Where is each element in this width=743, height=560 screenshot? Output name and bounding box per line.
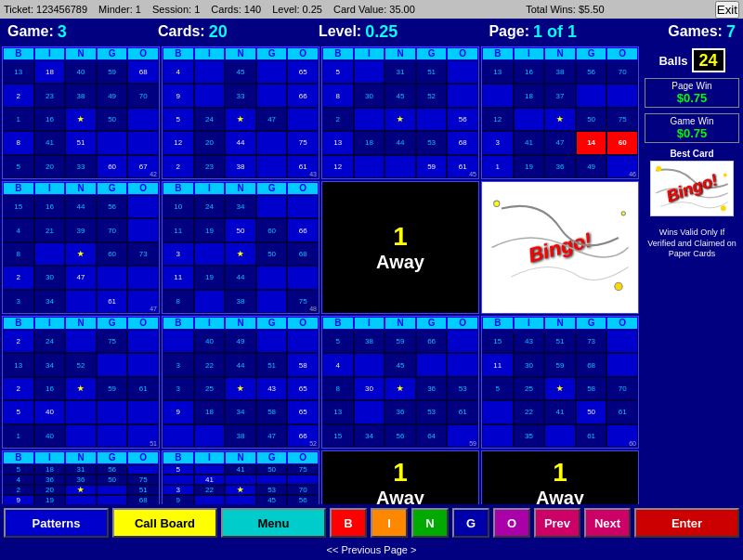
bingo-card-5: BINGO 15164456 4213970 8★6073 23047 3346…: [2, 181, 160, 314]
bingo-decoration: [482, 182, 638, 313]
b-button[interactable]: B: [330, 508, 367, 538]
n-button[interactable]: N: [411, 508, 449, 538]
page-value: 1 of 1: [533, 22, 577, 42]
bottom-bar: Patterns Call Board Menu B I N G O Prev …: [0, 504, 743, 560]
best-card-image: Bingo!: [650, 161, 734, 216]
page-win-value: $0.75: [647, 91, 736, 105]
bingo-card-12: BINGO 15435173 11305968 525★5870 2241506…: [481, 316, 639, 449]
svg-point-4: [656, 166, 661, 172]
ticket-info: Ticket: 123456789 Minder: 1 Session: 1 C…: [4, 4, 415, 15]
prev-page-text: << Previous Page >: [327, 544, 417, 555]
page-win-label: Page Win: [647, 81, 736, 91]
bingo-card-11: BINGO 5385966 445 830★3653 13365361 1534…: [321, 316, 479, 449]
bingo-card-3: BINGO 53151 8304552 2★56 1318445368 1259…: [321, 46, 479, 179]
minder: Minder: 1: [98, 4, 141, 15]
toolbar: Patterns Call Board Menu B I N G O Prev …: [0, 504, 743, 541]
exit-button[interactable]: Exit: [715, 1, 739, 19]
header-g: G: [97, 47, 128, 60]
ticket: Ticket: 123456789: [4, 4, 87, 15]
cards-label: Cards:: [158, 23, 205, 40]
o-button[interactable]: O: [493, 508, 530, 538]
enter-button[interactable]: Enter: [634, 508, 739, 538]
away-number-3: 1: [553, 458, 567, 488]
header-i: I: [34, 47, 66, 60]
menu-button[interactable]: Menu: [221, 508, 326, 538]
card-value: Card Value: 35.00: [333, 4, 415, 15]
bingo-card-9: BINGO 22475 133452 216★5961 540 140 51: [2, 316, 160, 449]
right-panel: Balls 24 Page Win $0.75 Game Win $0.75 B…: [641, 45, 743, 518]
page-win-box: Page Win $0.75: [645, 78, 739, 108]
away-number-2: 1: [393, 458, 408, 488]
callboard-button[interactable]: Call Board: [112, 508, 217, 538]
bingo-card-image-1: Bingo!: [481, 181, 639, 314]
svg-point-0: [494, 201, 500, 206]
svg-point-6: [721, 205, 726, 211]
games-label: Games:: [668, 23, 723, 40]
game-value: 3: [58, 22, 67, 42]
prev-button[interactable]: Prev: [534, 508, 580, 538]
cards-area: B I N G O 1318405968 223384970 116★50 84…: [0, 45, 641, 518]
main-area: B I N G O 1318405968 223384970 116★50 84…: [0, 45, 743, 518]
cards-value: 20: [209, 22, 228, 42]
game-win-box: Game Win $0.75: [645, 113, 739, 143]
g-button[interactable]: G: [452, 508, 489, 538]
next-button[interactable]: Next: [584, 508, 631, 538]
game-win-label: Game Win: [647, 116, 736, 126]
balls-display: Balls 24: [658, 48, 724, 72]
bingo-card-1: B I N G O 1318405968 223384970 116★50 84…: [2, 46, 160, 179]
header-b: B: [3, 47, 34, 60]
prev-page-bar: << Previous Page >: [0, 541, 743, 558]
bingo-card-6: BINGO 102434 1119506066 3★5068 111944 83…: [162, 181, 319, 314]
games-info: Games: 7: [668, 22, 736, 42]
patterns-button[interactable]: Patterns: [4, 508, 109, 538]
top-bar: Ticket: 123456789 Minder: 1 Session: 1 C…: [0, 0, 743, 19]
i-button[interactable]: I: [371, 508, 408, 538]
level-info: Level: 0.25: [319, 22, 398, 42]
page-label: Page:: [489, 23, 529, 40]
svg-point-2: [615, 282, 622, 290]
total-wins: Total Wins: $5.50: [526, 4, 604, 15]
best-card-label: Best Card: [645, 149, 739, 159]
away-number: 1: [393, 222, 408, 252]
best-card-section: Best Card Bingo!: [645, 149, 739, 218]
bingo-card-10: BINGO 4049 322445158 325★4365 918345865 …: [162, 316, 319, 449]
balls-label: Balls: [658, 54, 687, 68]
cards-info: Cards: 20: [158, 22, 228, 42]
games-value: 7: [726, 22, 736, 42]
level-label: Level:: [319, 23, 361, 40]
wins-valid-text: Wins Valid Only If Verified and Claimed …: [645, 228, 739, 260]
level: Level: 0.25: [272, 4, 322, 15]
header-n: N: [65, 47, 97, 60]
bingo-card-2: BINGO 44565 93366 524★47 12204475 223386…: [162, 46, 319, 179]
level-value: 0.25: [365, 22, 398, 42]
game-label: Game:: [7, 23, 54, 40]
session: Session: 1: [152, 4, 200, 15]
game-info: Game: 3: [7, 22, 67, 42]
balls-count: 24: [692, 48, 725, 72]
game-win-value: $0.75: [647, 126, 736, 140]
away-card-1: 1 Away: [321, 181, 479, 314]
cards-count: Cards: 140: [211, 4, 261, 15]
svg-point-5: [723, 174, 727, 177]
svg-point-1: [621, 212, 625, 215]
bingo-card-4: BINGO 1316385670 1837 12★5075 341471460 …: [481, 46, 639, 179]
game-bar: Game: 3 Cards: 20 Level: 0.25 Page: 1 of…: [0, 19, 743, 45]
page-info: Page: 1 of 1: [489, 22, 577, 42]
away-text: Away: [376, 252, 424, 273]
header-o: O: [127, 47, 159, 60]
